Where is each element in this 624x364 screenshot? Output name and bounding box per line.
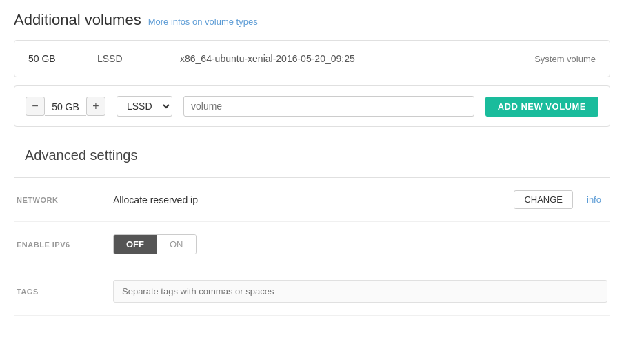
stepper-decrease-button[interactable]: − bbox=[26, 97, 45, 116]
existing-volume-card: 50 GB LSSD x86_64-ubuntu-xenial-2016-05-… bbox=[14, 40, 610, 77]
add-new-volume-button[interactable]: ADD NEW VOLUME bbox=[485, 97, 598, 117]
ipv6-label: ENABLE IPV6 bbox=[17, 241, 99, 249]
page-header: Additional volumes More infos on volume … bbox=[14, 11, 610, 29]
tags-row: TAGS bbox=[14, 267, 610, 316]
network-label: NETWORK bbox=[17, 196, 99, 204]
info-link[interactable]: info bbox=[587, 194, 607, 205]
volume-name-input[interactable] bbox=[183, 96, 474, 117]
stepper-increase-button[interactable]: + bbox=[86, 97, 105, 116]
toggle-on-button[interactable]: ON bbox=[157, 235, 196, 254]
page-title: Additional volumes bbox=[14, 11, 141, 29]
more-info-link[interactable]: More infos on volume types bbox=[148, 17, 258, 27]
tags-label: TAGS bbox=[17, 287, 99, 296]
size-stepper: − 50 GB + bbox=[26, 97, 105, 116]
ipv6-toggle-group: OFF ON bbox=[113, 234, 197, 254]
advanced-settings-title: Advanced settings bbox=[14, 148, 610, 163]
volume-name: x86_64-ubuntu-xenial-2016-05-20_09:25 bbox=[180, 53, 507, 64]
volume-type-select[interactable]: LSSD LHDD bbox=[117, 96, 172, 117]
stepper-value: 50 GB bbox=[45, 97, 86, 116]
network-value: Allocate reserved ip bbox=[113, 194, 500, 205]
change-button[interactable]: CHANGE bbox=[514, 190, 573, 209]
tags-input[interactable] bbox=[113, 280, 607, 303]
volume-size: 50 GB bbox=[28, 53, 70, 64]
volume-type: LSSD bbox=[97, 53, 152, 64]
volume-label: System volume bbox=[534, 54, 596, 64]
ipv6-row: ENABLE IPV6 OFF ON bbox=[14, 222, 610, 267]
add-volume-row: − 50 GB + LSSD LHDD ADD NEW VOLUME bbox=[14, 85, 610, 127]
network-row: NETWORK Allocate reserved ip CHANGE info bbox=[14, 178, 610, 222]
toggle-off-button[interactable]: OFF bbox=[114, 235, 157, 254]
